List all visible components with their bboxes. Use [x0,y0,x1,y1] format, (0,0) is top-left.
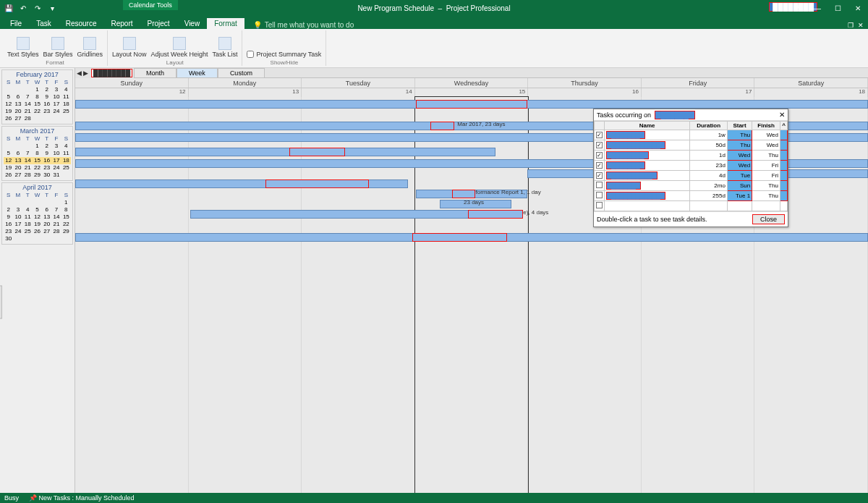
date-cell[interactable]: 13 [189,88,302,97]
row-check-icon[interactable]: ✓ [596,132,603,138]
table-row[interactable]: ✓ ████████ 1d Wed Thu [595,151,788,161]
next-week-icon[interactable]: ▶ [83,69,88,77]
task-duration: 1w [690,130,728,140]
view-custom[interactable]: Custom [218,68,265,77]
tab-view[interactable]: View [177,18,208,29]
day-header: Monday [189,78,302,88]
task-bar[interactable] [468,210,524,219]
task-bar[interactable] [412,233,508,242]
date-cell[interactable]: 17 [642,88,755,97]
row-pad [780,161,788,171]
undo-icon[interactable]: ↶ [17,2,29,14]
layout-now-button[interactable]: Layout Now [112,37,147,58]
task-name: ████████ [606,151,649,159]
redo-icon[interactable]: ↷ [32,2,43,14]
close-icon[interactable]: ✕ [848,0,868,16]
dialog-close-button[interactable]: Close [752,214,785,224]
date-cell[interactable]: 14 [302,88,415,97]
table-row[interactable]: ✓ ██████████ 4d Tue Fri [595,171,788,181]
row-check-icon[interactable]: ✓ [596,172,603,179]
row-check-icon[interactable]: ✓ [596,152,603,158]
adjust-week-icon [173,37,186,50]
task-bar[interactable] [75,148,495,156]
col-duration[interactable]: Duration [690,122,728,130]
date-cell[interactable]: 15 [415,88,529,97]
qat-more-icon[interactable]: ▾ [46,2,58,14]
task-bar[interactable] [430,122,454,130]
mdi-close-icon[interactable]: ✕ [858,22,864,29]
prev-week-icon[interactable]: ◀ [77,69,82,77]
project-summary-input[interactable] [247,51,254,58]
task-duration: 50d [690,140,728,151]
col-start[interactable]: Start [727,122,752,130]
task-start: Thu [727,130,752,140]
save-icon[interactable]: 💾 [3,2,14,14]
task-bar[interactable] [416,100,527,109]
mini-cal-apr-title: April 2017 [4,184,71,191]
date-row: 12131415161718 [75,88,868,97]
dialog-date: ██████ [655,111,695,119]
text-styles-label: Text Styles [7,51,39,58]
date-cell[interactable]: 12 [75,88,189,97]
tab-file[interactable]: File [3,18,29,29]
bar-styles-icon [51,37,64,50]
mini-cal-apr[interactable]: April 2017 SMTWTFS1234567891011121314151… [1,182,73,245]
col-finish[interactable]: Finish [752,122,780,130]
task-finish: Thu [752,151,780,161]
group-format: Format [46,59,64,66]
table-row[interactable]: ██████ 2mo Sun Thu [595,181,788,191]
task-duration: 1d [690,151,728,161]
adjust-week-button[interactable]: Adjust Week Height [151,37,208,58]
task-start: Sun [727,181,752,191]
text-styles-button[interactable]: Text Styles [7,37,39,58]
col-name[interactable]: Name [605,122,690,130]
date-cell[interactable]: 16 [528,88,642,97]
row-check-icon[interactable] [596,182,603,188]
date-cell[interactable]: 18 [754,88,868,97]
mdi-restore-icon[interactable]: ❐ [848,22,854,29]
task-bar[interactable] [289,148,345,156]
day-headers: SundayMondayTuesdayWednesdayThursdayFrid… [75,78,868,88]
mini-cal-mar[interactable]: March 2017 SMTWTFS1234567891011121314151… [1,126,73,181]
col-check [595,122,605,130]
row-pad [780,191,788,201]
table-row[interactable]: ✓ ████████████ 50d Thu Wed [595,140,788,151]
tab-task[interactable]: Task [29,18,59,29]
tell-me-search[interactable]: 💡 Tell me what you want to do [253,21,354,29]
tab-report[interactable]: Report [104,18,140,29]
calendar-view-tab[interactable]: Calendar [0,285,2,318]
window-title: New Program Schedule – Project Professio… [357,4,510,12]
maximize-icon[interactable]: ☐ [827,0,848,16]
status-scheduling-mode[interactable]: 📌 New Tasks : Manually Scheduled [29,494,134,502]
project-summary-checkbox[interactable]: Project Summary Task [247,51,321,58]
task-bar[interactable] [452,190,476,198]
task-name: ████████████ [606,192,665,200]
tab-resource[interactable]: Resource [59,18,104,29]
dialog-close-icon[interactable]: ✕ [779,111,785,119]
tab-format[interactable]: Format [207,18,244,29]
task-list-button[interactable]: Task List [212,37,237,58]
view-month[interactable]: Month [134,68,176,77]
row-check-icon[interactable] [596,192,603,198]
minimize-icon[interactable]: — [807,0,827,16]
task-bar-label: Mar 2017, 23 days [457,121,505,127]
task-finish: Wed [752,140,780,151]
status-bar: Busy 📌 New Tasks : Manually Scheduled [0,493,868,503]
task-bar[interactable] [265,179,368,188]
gridlines-button[interactable]: Gridlines [77,37,103,58]
table-row[interactable]: ✓ ███████ 1w Thu Wed [595,130,788,140]
bar-styles-button[interactable]: Bar Styles [43,37,73,58]
help-icon[interactable]: ? [787,0,807,16]
mini-cal-feb[interactable]: February 2017 SMTWTFS1234567891011121314… [1,69,73,124]
tab-project[interactable]: Project [140,18,177,29]
table-row[interactable]: ✓ ███████ 23d Wed Fri [595,161,788,171]
col-scroll: ^ [780,122,788,130]
row-check-icon[interactable]: ✓ [596,142,603,148]
row-pad [780,140,788,151]
day-header: Saturday [754,78,868,88]
view-week[interactable]: Week [176,68,218,77]
mini-cal-feb-title: February 2017 [4,71,71,78]
row-pad [780,130,788,140]
row-check-icon[interactable]: ✓ [596,162,603,169]
table-row[interactable]: ████████████ 255d Tue 1 Thu [595,191,788,201]
